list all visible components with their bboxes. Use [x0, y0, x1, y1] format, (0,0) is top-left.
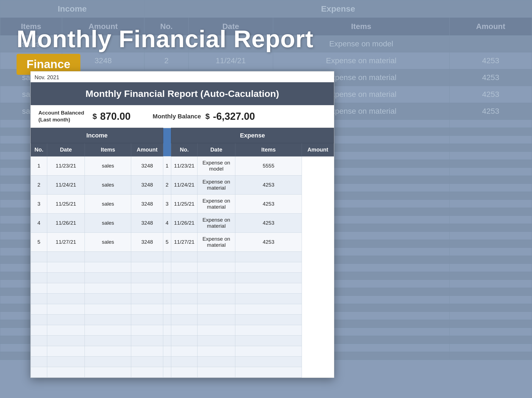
expense-amount-cell [235, 367, 302, 378]
balance-row: Account Balanced(Last month) $ 870.00 Mo… [31, 105, 334, 128]
income-no-cell [31, 346, 47, 357]
col-header-amount-expense: Amount [302, 143, 334, 156]
income-date-cell [47, 325, 85, 336]
expense-date-cell [171, 304, 197, 315]
income-date-cell: 11/24/21 [47, 176, 85, 195]
income-no-cell [31, 294, 47, 304]
expense-amount-cell [235, 336, 302, 346]
income-amount-cell: 3248 [131, 214, 163, 233]
expense-date-cell: 11/23/21 [171, 156, 197, 176]
expense-no-cell: 3 [163, 195, 171, 214]
col-header-no-expense: No. [171, 143, 197, 156]
table-row [31, 325, 334, 336]
income-date-cell [47, 367, 85, 378]
table-row [31, 367, 334, 378]
expense-items-cell [197, 304, 235, 315]
expense-no-cell [163, 315, 171, 325]
income-amount-cell [131, 304, 163, 315]
account-dollar: $ [93, 112, 97, 121]
income-date-cell [47, 294, 85, 304]
expense-no-cell [163, 262, 171, 273]
col-header-no-income: No. [31, 143, 47, 156]
income-date-cell: 11/25/21 [47, 195, 85, 214]
col-header-items-income: Items [85, 143, 131, 156]
table-row: 1 11/23/21 sales 3248 1 11/23/21 Expense… [31, 156, 334, 176]
income-no-cell: 1 [31, 156, 47, 176]
income-amount-cell: 3248 [131, 233, 163, 252]
income-items-cell [85, 283, 131, 294]
expense-no-cell [163, 252, 171, 262]
bg-expense-header: Expense [144, 0, 532, 18]
income-date-cell [47, 262, 85, 273]
expense-amount-cell [235, 357, 302, 367]
expense-no-cell [163, 294, 171, 304]
expense-items-cell [197, 252, 235, 262]
expense-date-cell: 11/25/21 [171, 195, 197, 214]
expense-items-cell [197, 346, 235, 357]
modal-card: Nov. 2021 Monthly Financial Report (Auto… [30, 71, 334, 378]
expense-date-cell: 11/24/21 [171, 176, 197, 195]
table-row [31, 283, 334, 294]
table-row [31, 294, 334, 304]
income-date-cell [47, 346, 85, 357]
table-row [31, 304, 334, 315]
income-no-cell [31, 367, 47, 378]
expense-amount-cell: 5555 [235, 156, 302, 176]
income-amount-cell [131, 336, 163, 346]
income-amount-cell [131, 252, 163, 262]
income-items-cell [85, 262, 131, 273]
col-header-date-expense: Date [197, 143, 235, 156]
income-no-cell: 4 [31, 214, 47, 233]
income-no-cell [31, 304, 47, 315]
expense-no-cell: 2 [163, 176, 171, 195]
income-items-cell [85, 304, 131, 315]
income-date-cell [47, 357, 85, 367]
table-row [31, 315, 334, 325]
expense-date-cell [171, 294, 197, 304]
income-no-cell: 2 [31, 176, 47, 195]
col-header-date-income: Date [47, 143, 85, 156]
income-amount-cell [131, 273, 163, 283]
income-items-cell [85, 346, 131, 357]
expense-no-cell [163, 367, 171, 378]
expense-date-cell [171, 336, 197, 346]
income-date-cell: 11/23/21 [47, 156, 85, 176]
expense-date-cell: 11/27/21 [171, 233, 197, 252]
col-header-items-expense: Items [235, 143, 302, 156]
expense-items-cell [197, 336, 235, 346]
income-no-cell [31, 262, 47, 273]
expense-items-cell [197, 367, 235, 378]
income-amount-cell [131, 262, 163, 273]
expense-amount-cell [235, 283, 302, 294]
income-items-cell [85, 325, 131, 336]
expense-items-cell [197, 294, 235, 304]
income-no-cell [31, 336, 47, 346]
expense-no-cell: 4 [163, 214, 171, 233]
income-items-cell [85, 252, 131, 262]
account-value: 870.00 [100, 111, 136, 122]
expense-date-cell [171, 357, 197, 367]
expense-no-cell [163, 304, 171, 315]
income-amount-cell: 3248 [131, 176, 163, 195]
income-amount-cell [131, 325, 163, 336]
income-date-cell [47, 304, 85, 315]
income-date-cell [47, 315, 85, 325]
expense-items-cell: Expense on material [197, 233, 235, 252]
income-date-cell: 11/27/21 [47, 233, 85, 252]
income-no-cell [31, 283, 47, 294]
expense-date-cell [171, 325, 197, 336]
expense-section-header: Expense [171, 128, 334, 143]
monthly-balance-dollar: $ [205, 112, 210, 121]
income-no-cell [31, 315, 47, 325]
account-balanced-label: Account Balanced(Last month) [38, 110, 88, 123]
expense-no-cell [163, 325, 171, 336]
expense-amount-cell [235, 325, 302, 336]
income-items-cell: sales [85, 233, 131, 252]
expense-no-cell: 5 [163, 233, 171, 252]
table-row: 5 11/27/21 sales 3248 5 11/27/21 Expense… [31, 233, 334, 252]
expense-amount-cell: 4253 [235, 176, 302, 195]
income-amount-cell [131, 357, 163, 367]
income-no-cell: 5 [31, 233, 47, 252]
income-items-cell [85, 294, 131, 304]
income-section-header: Income [31, 128, 163, 143]
